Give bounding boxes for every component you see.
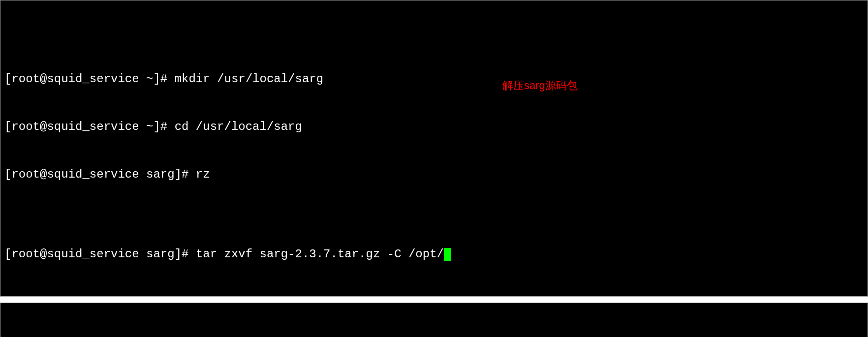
annotation-label: 解压sarg源码包 xyxy=(502,78,578,93)
partial-line-top: sarg-2.3.7/configure xyxy=(4,335,864,337)
term-line: [root@squid_service sarg]# rz xyxy=(4,167,864,183)
term-line: [root@squid_service sarg]# tar zxvf sarg… xyxy=(4,246,864,262)
term-line: [root@squid_service ~]# cd /usr/local/sa… xyxy=(4,119,864,135)
cursor-icon xyxy=(444,248,451,261)
partial-line-top: complete. xyxy=(4,32,864,39)
terminal-block-2[interactable]: sarg-2.3.7/configure [root@squid_service… xyxy=(0,303,868,337)
term-text: [root@squid_service sarg]# tar zxvf sarg… xyxy=(4,247,444,261)
term-line: [root@squid_service ~]# mkdir /usr/local… xyxy=(4,71,864,87)
terminal-block-1[interactable]: complete. [root@squid_service ~]# mkdir … xyxy=(0,0,868,297)
